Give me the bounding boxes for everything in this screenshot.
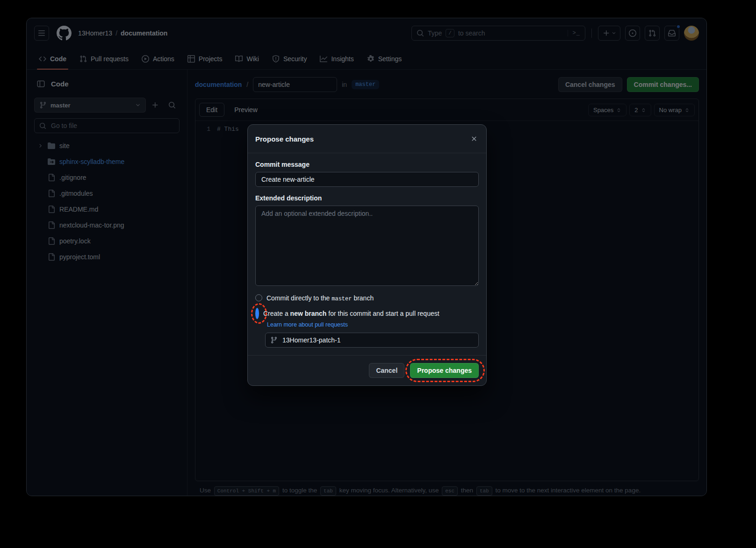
commit-direct-label: Commit directly to the master branch bbox=[266, 293, 374, 304]
create-branch-option[interactable]: Create a new branch for this commit and … bbox=[255, 309, 479, 319]
dialog-footer: Cancel Propose changes bbox=[248, 355, 486, 385]
dialog-body: Commit message Extended description Comm… bbox=[248, 153, 486, 355]
close-icon bbox=[470, 135, 478, 142]
cancel-button[interactable]: Cancel bbox=[369, 363, 404, 378]
dialog-title: Propose changes bbox=[255, 135, 467, 143]
commit-message-label: Commit message bbox=[255, 161, 479, 168]
extended-description-label: Extended description bbox=[255, 194, 479, 202]
git-branch-icon bbox=[270, 336, 278, 344]
propose-changes-dialog: Propose changes Commit message Extended … bbox=[247, 124, 487, 386]
learn-more-link[interactable]: Learn more about pull requests bbox=[267, 321, 348, 328]
propose-changes-button[interactable]: Propose changes bbox=[410, 363, 479, 378]
label-bold-text: new branch bbox=[290, 310, 327, 317]
commit-message-input[interactable] bbox=[255, 172, 479, 187]
new-branch-name-box bbox=[265, 333, 479, 348]
dialog-header: Propose changes bbox=[248, 125, 486, 153]
radio-create-branch[interactable] bbox=[255, 308, 259, 319]
github-window: 13Homer13 / documentation Type / to sear… bbox=[26, 18, 707, 496]
label-text: Create a bbox=[263, 310, 288, 317]
label-text: for this commit and start a pull request bbox=[328, 310, 439, 317]
desktop: { "colors": { "accent_green": "#238636",… bbox=[0, 0, 756, 548]
label-text: branch bbox=[353, 294, 374, 302]
close-dialog-button[interactable] bbox=[467, 131, 482, 146]
propose-button-wrap: Propose changes bbox=[410, 363, 479, 378]
create-branch-label: Create a new branch for this commit and … bbox=[263, 309, 439, 319]
new-branch-name-input[interactable] bbox=[281, 336, 474, 344]
label-text: Commit directly to the bbox=[266, 294, 330, 302]
commit-direct-option[interactable]: Commit directly to the master branch bbox=[255, 293, 479, 304]
extended-description-textarea[interactable] bbox=[255, 206, 479, 286]
branch-name-text: master bbox=[331, 296, 352, 302]
radio-commit-direct[interactable] bbox=[255, 294, 262, 301]
radio-wrap bbox=[255, 310, 259, 317]
